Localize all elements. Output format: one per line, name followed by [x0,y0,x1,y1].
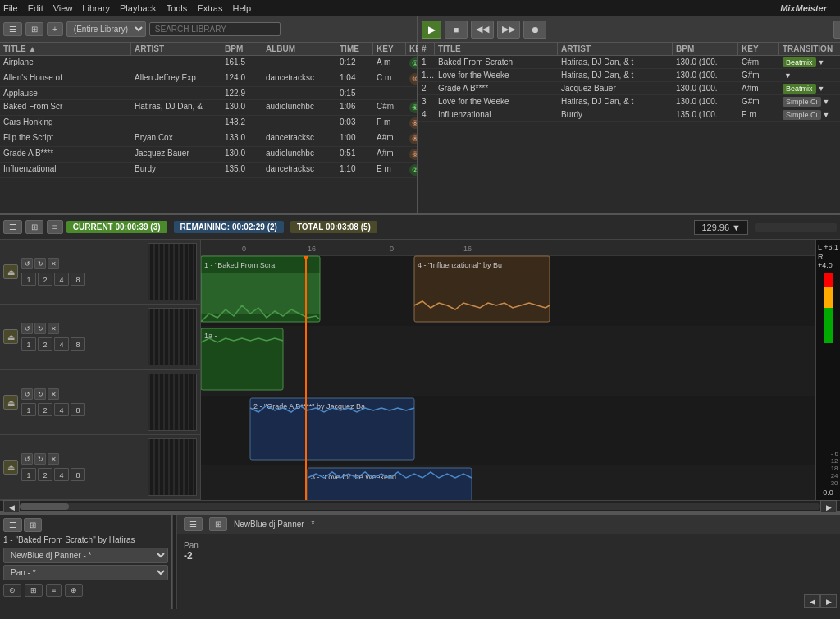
track-eject-btn[interactable]: ⏏ [3,329,18,344]
playlist-row[interactable]: 3 Love for the Weeke Hatiras, DJ Dan, & … [418,95,840,108]
bottom-icon-4[interactable]: ⊕ [65,584,83,597]
param-display: Pan -2 [184,541,199,586]
track-num-1[interactable]: 1 [21,273,36,286]
track-num-2[interactable]: 2 [38,403,52,416]
track-num-8[interactable]: 8 [71,468,85,481]
library-row[interactable]: Influenzational Burdy 135.0 dancetracksc… [0,163,417,178]
bottom-grid-btn[interactable]: ⊞ [24,518,42,532]
scroll-left-btn[interactable]: ◀ [3,500,20,513]
middle-section: ☰ ⊞ ≡ CURRENT 00:00:39 (3) REMAINING: 00… [0,213,840,513]
track-close-btn[interactable]: ✕ [48,323,59,334]
track-rewind-btn[interactable]: ↺ [21,453,33,465]
track-num-1[interactable]: 1 [21,468,36,481]
playlist-row[interactable]: 1a Love for the Weeke Hatiras, DJ Dan, &… [418,69,840,82]
track-close-btn[interactable]: ✕ [48,453,59,465]
track-mini-view [148,374,197,431]
library-header: TITLE ▲ ARTIST BPM ALBUM TIME KEY KEYCOD [0,43,417,56]
playlist-row[interactable]: 1 Baked From Scratch Hatiras, DJ Dan, & … [418,56,840,69]
output-btn[interactable]: ⊞ [833,21,840,39]
pl-col-bpm: BPM [673,43,738,55]
svg-text:16: 16 [463,245,472,253]
play-button[interactable]: ▶ [422,21,441,39]
stop-button[interactable]: ■ [445,21,468,39]
menu-library[interactable]: Library [82,3,110,13]
playlist-panel: ▶ ■ ◀◀ ▶▶ ⏺ ⊞ ≡ # TITLE ARTIST BPM KEY T… [418,16,840,213]
track-num-8[interactable]: 8 [71,403,85,416]
rewind-button[interactable]: ◀◀ [471,21,494,39]
track-num-2[interactable]: 2 [38,337,52,351]
current-status: CURRENT 00:00:39 (3) [66,221,167,233]
library-row[interactable]: Baked From Scr Hatiras, DJ Dan, & 130.0 … [0,100,417,116]
library-row[interactable]: Flip the Script Bryan Cox 133.0 dancetra… [0,131,417,147]
library-grid-btn[interactable]: ⊞ [25,22,43,36]
param-dropdown[interactable]: Pan - * [3,565,168,580]
track-rewind-btn[interactable]: ↺ [21,258,33,269]
library-view-btn[interactable]: ☰ [3,22,22,36]
menu-extras[interactable]: Extras [197,3,222,13]
bottom-icon-1[interactable]: ⊙ [3,584,21,597]
track-num-4[interactable]: 4 [54,273,69,286]
effect-dropdown[interactable]: NewBlue dj Panner - * [3,548,168,563]
mixer-list-btn[interactable]: ⊞ [25,220,43,234]
bottom-nav-left[interactable]: ◀ [804,594,820,608]
track-forward-btn[interactable]: ↻ [34,453,46,465]
track-rewind-btn[interactable]: ↺ [21,388,33,400]
menu-help[interactable]: Help [233,3,252,13]
track-num-1[interactable]: 1 [21,337,36,351]
record-button[interactable]: ⏺ [523,21,546,39]
track-rewind-btn[interactable]: ↺ [21,323,33,334]
library-row[interactable]: Cars Honking 143.2 0:03 F m ⑧ [0,116,417,131]
track-num-4[interactable]: 4 [54,468,69,481]
menubar: File Edit View Library Playback Tools Ex… [0,0,840,16]
bottom-nav-right[interactable]: ▶ [820,594,837,608]
bottom-panel-grid-btn[interactable]: ⊞ [209,517,227,531]
pl-col-key: KEY [738,43,779,55]
track-num-1[interactable]: 1 [21,403,36,416]
track-num-4[interactable]: 4 [54,403,69,416]
track-eject-btn[interactable]: ⏏ [3,264,18,279]
menu-tools[interactable]: Tools [167,3,188,13]
bottom-track-info: 1 - "Baked From Scratch" by Hatiras [3,535,168,544]
mixer-icon-btn[interactable]: ≡ [47,220,63,234]
scroll-track[interactable] [20,503,820,510]
library-dropdown[interactable]: (Entire Library) [66,21,146,37]
track-eject-btn[interactable]: ⏏ [3,460,18,475]
library-row[interactable]: Grade A B**** Jacquez Bauer 130.0 audiol… [0,147,417,163]
menu-file[interactable]: File [3,3,18,13]
track-close-btn[interactable]: ✕ [48,258,59,269]
track-num-2[interactable]: 2 [38,273,52,286]
bottom-list-btn[interactable]: ☰ [3,518,22,532]
bottom-icon-2[interactable]: ⊞ [25,584,43,597]
track-forward-btn[interactable]: ↻ [34,388,46,400]
search-input[interactable] [149,22,281,36]
bpm-slider[interactable] [755,223,837,232]
svg-text:4 - "Influenzational" by Bu: 4 - "Influenzational" by Bu [418,261,502,269]
track-num-4[interactable]: 4 [54,337,69,351]
mixer-view-btn[interactable]: ☰ [3,220,22,234]
scroll-thumb[interactable] [20,503,69,510]
bottom-icon-3[interactable]: ≡ [46,584,62,597]
library-list: Airplane 161.5 0:12 A m ① Allen's House … [0,56,417,178]
menu-view[interactable]: View [53,3,73,13]
playlist-row[interactable]: 4 Influenzational Burdy 135.0 (100. E m … [418,108,840,122]
track-close-btn[interactable]: ✕ [48,388,59,400]
track-forward-btn[interactable]: ↻ [34,323,46,334]
timeline-scrollbar[interactable]: ◀ ▶ [0,500,840,511]
bottom-panel-content: Pan -2 [177,534,840,593]
library-row[interactable]: Airplane 161.5 0:12 A m ① [0,56,417,71]
library-row[interactable]: Allen's House of Allen Jeffrey Exp 124.0… [0,71,417,87]
library-row[interactable]: Applause 122.9 0:15 [0,87,417,100]
playlist-row[interactable]: 2 Grade A B**** Jacquez Bauer 130.0 (100… [418,82,840,95]
bottom-panel-list-btn[interactable]: ☰ [184,517,203,531]
library-add-btn[interactable]: + [47,22,63,36]
scroll-right-btn[interactable]: ▶ [820,500,837,513]
bottom-icon-group: ⊙ ⊞ ≡ ⊕ [3,584,168,597]
menu-edit[interactable]: Edit [28,3,43,13]
track-forward-btn[interactable]: ↻ [34,258,46,269]
track-num-8[interactable]: 8 [71,337,85,351]
track-num-8[interactable]: 8 [71,273,85,286]
fast-forward-button[interactable]: ▶▶ [497,21,520,39]
menu-playback[interactable]: Playback [120,3,157,13]
track-num-2[interactable]: 2 [38,468,52,481]
track-eject-btn[interactable]: ⏏ [3,395,18,410]
